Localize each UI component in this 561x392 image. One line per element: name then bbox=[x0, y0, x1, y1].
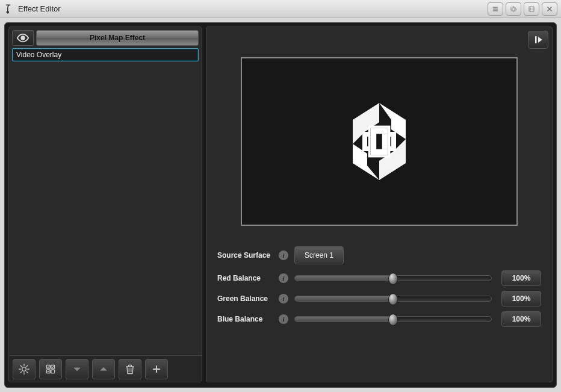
expand-button[interactable] bbox=[524, 2, 539, 16]
preview-logo-icon bbox=[331, 93, 427, 190]
effect-name-label: Pixel Map Effect bbox=[90, 34, 145, 42]
svg-line-16 bbox=[26, 366, 28, 367]
effect-name-button[interactable]: Pixel Map Effect bbox=[36, 30, 199, 46]
svg-line-13 bbox=[20, 366, 22, 367]
collapse-panel-button[interactable] bbox=[528, 31, 548, 49]
svg-point-8 bbox=[22, 367, 26, 371]
delete-button[interactable] bbox=[119, 359, 141, 379]
svg-rect-4 bbox=[529, 6, 534, 11]
source-surface-row: Source Surface i Screen 1 bbox=[217, 243, 541, 268]
red-balance-row: Red Balance i 100% bbox=[217, 268, 541, 288]
add-button[interactable] bbox=[145, 359, 168, 379]
close-button[interactable] bbox=[542, 2, 557, 16]
svg-line-14 bbox=[26, 372, 28, 373]
effect-editor-window: Effect Editor bbox=[0, 0, 561, 392]
brightness-button[interactable] bbox=[13, 359, 36, 379]
blue-balance-slider[interactable] bbox=[294, 316, 492, 322]
svg-rect-20 bbox=[51, 369, 55, 373]
layer-item-label: Video Overlay bbox=[16, 51, 61, 59]
layer-sidebar: Pixel Map Effect Video Overlay bbox=[8, 26, 202, 382]
slider-thumb[interactable] bbox=[388, 293, 398, 305]
green-balance-label: Green Balance bbox=[217, 294, 273, 303]
blue-balance-label: Blue Balance bbox=[217, 315, 273, 323]
body: Pixel Map Effect Video Overlay bbox=[4, 22, 557, 388]
source-surface-value: Screen 1 bbox=[305, 251, 333, 260]
blue-balance-value[interactable]: 100% bbox=[501, 311, 541, 327]
slider-thumb[interactable] bbox=[388, 273, 398, 285]
green-balance-value[interactable]: 100% bbox=[501, 291, 541, 306]
app-icon bbox=[4, 4, 14, 14]
properties-panel: Source Surface i Screen 1 Red Balance i bbox=[206, 26, 553, 382]
blue-balance-row: Blue Balance i 100% bbox=[217, 309, 541, 329]
slider-fill bbox=[295, 296, 393, 301]
titlebar: Effect Editor bbox=[0, 0, 561, 18]
settings-button[interactable] bbox=[506, 2, 521, 16]
svg-point-0 bbox=[7, 11, 8, 13]
slider-fill bbox=[295, 317, 393, 322]
move-down-button[interactable] bbox=[66, 359, 88, 379]
menu-button[interactable] bbox=[488, 2, 503, 16]
red-balance-slider[interactable] bbox=[294, 275, 492, 281]
info-icon[interactable]: i bbox=[279, 314, 288, 324]
preview-area bbox=[241, 57, 518, 226]
green-balance-row: Green Balance i 100% bbox=[217, 288, 541, 309]
green-balance-slider[interactable] bbox=[294, 296, 492, 302]
source-surface-label: Source Surface bbox=[217, 251, 273, 260]
svg-point-7 bbox=[21, 36, 25, 40]
info-icon[interactable]: i bbox=[279, 294, 288, 303]
select-options-button[interactable] bbox=[39, 359, 62, 379]
controls: Source Surface i Screen 1 Red Balance i bbox=[212, 240, 546, 329]
red-balance-value[interactable]: 100% bbox=[501, 270, 541, 286]
svg-rect-25 bbox=[535, 36, 537, 43]
visibility-toggle[interactable] bbox=[12, 30, 34, 46]
sidebar-toolbar bbox=[9, 355, 202, 382]
slider-fill bbox=[295, 276, 393, 281]
source-surface-button[interactable]: Screen 1 bbox=[294, 246, 344, 264]
window-title: Effect Editor bbox=[18, 4, 61, 13]
layer-item-selected[interactable]: Video Overlay bbox=[12, 48, 199, 61]
svg-line-15 bbox=[20, 372, 22, 373]
info-icon[interactable]: i bbox=[279, 273, 288, 283]
move-up-button[interactable] bbox=[92, 359, 115, 379]
slider-thumb[interactable] bbox=[388, 314, 398, 326]
red-balance-label: Red Balance bbox=[217, 274, 273, 282]
info-icon[interactable]: i bbox=[279, 250, 288, 260]
